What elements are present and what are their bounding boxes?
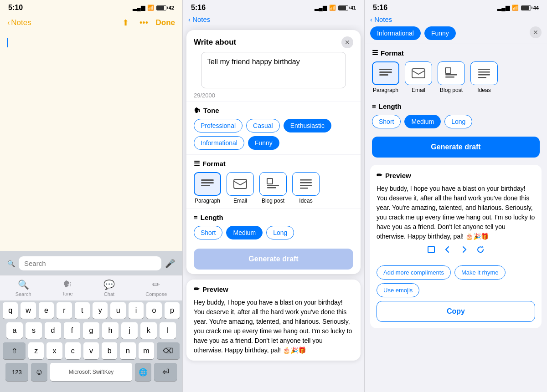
key-t[interactable]: t: [75, 302, 90, 319]
tab-tone[interactable]: 🗣 Tone: [62, 279, 73, 297]
key-m[interactable]: m: [139, 342, 154, 359]
preview-text-p3: Hey buddy, I hope you have a blast on yo…: [377, 184, 535, 241]
format-blogpost-p3[interactable]: Blog post: [438, 61, 465, 93]
format-blogpost[interactable]: Blog post: [259, 172, 287, 204]
blogpost-icon-box-p3: [438, 61, 465, 85]
battery-level-p3: 44: [533, 5, 539, 10]
key-123[interactable]: 123: [5, 363, 28, 381]
tab-tone-label: Tone: [62, 291, 73, 296]
more-button[interactable]: •••: [138, 16, 150, 29]
key-w[interactable]: w: [21, 302, 36, 319]
key-b[interactable]: b: [102, 342, 117, 359]
textarea-container: 29/2000: [186, 52, 361, 102]
preview-title-text-p3: Preview: [385, 172, 411, 179]
svg-rect-18: [478, 69, 490, 70]
back-notes-p2[interactable]: ‹ Notes: [183, 14, 364, 25]
tone-title: 🗣 Tone: [194, 107, 353, 114]
tag-informational[interactable]: Informational: [194, 136, 244, 150]
modal-close-button[interactable]: ✕: [341, 36, 353, 48]
length-medium[interactable]: Medium: [226, 226, 263, 239]
search-input[interactable]: [19, 256, 161, 270]
key-k[interactable]: k: [140, 322, 157, 339]
key-e[interactable]: e: [39, 302, 54, 319]
key-s[interactable]: s: [26, 322, 42, 339]
back-button[interactable]: ‹ Notes: [7, 18, 31, 27]
length-long-p3[interactable]: Long: [444, 115, 472, 128]
key-space[interactable]: Microsoft SwiftKey: [50, 363, 132, 381]
length-short-p3[interactable]: Short: [372, 115, 401, 128]
copy-button[interactable]: Copy: [377, 301, 535, 322]
tab-chat-label: Chat: [104, 291, 114, 297]
key-o[interactable]: o: [146, 302, 161, 319]
format-email[interactable]: Email: [227, 172, 254, 204]
note-content-area[interactable]: [0, 33, 182, 251]
action-make-rhyme[interactable]: Make it rhyme: [454, 265, 506, 280]
key-z[interactable]: z: [28, 342, 44, 359]
share-button[interactable]: ⬆: [119, 16, 132, 29]
key-emoji[interactable]: ☺: [31, 363, 47, 381]
preview-section-p3: ✏ Preview Hey buddy, I hope you have a b…: [370, 165, 542, 328]
length-short[interactable]: Short: [194, 226, 222, 239]
format-ideas[interactable]: Ideas: [292, 172, 320, 204]
done-button[interactable]: Done: [156, 18, 175, 27]
write-about-textarea[interactable]: [201, 52, 346, 88]
close-btn-p3[interactable]: ✕: [530, 26, 542, 38]
svg-rect-10: [300, 188, 308, 189]
key-return[interactable]: ⏎: [154, 363, 177, 381]
key-delete[interactable]: ⌫: [157, 342, 180, 359]
tab-compose[interactable]: ✏ Compose: [145, 279, 167, 297]
format-ideas-p3[interactable]: Ideas: [470, 61, 498, 93]
nav-back-btn[interactable]: [443, 245, 452, 256]
key-a[interactable]: a: [6, 322, 23, 339]
tag-casual[interactable]: Casual: [246, 119, 280, 132]
key-n[interactable]: n: [120, 342, 135, 359]
generate-draft-button-p3[interactable]: Generate draft: [372, 137, 540, 158]
bottom-toolbar: 🔍 Search 🗣 Tone 💬 Chat ✏ Compose: [0, 275, 182, 300]
p3-scroll-area[interactable]: Informational Funny ✕ ☰ Format: [365, 25, 547, 392]
key-shift[interactable]: ⇧: [3, 342, 26, 359]
key-globe[interactable]: 🌐: [135, 363, 151, 381]
generate-draft-button-p2[interactable]: Generate draft: [194, 249, 353, 270]
key-x[interactable]: x: [46, 342, 62, 359]
key-v[interactable]: v: [83, 342, 99, 359]
key-r[interactable]: r: [57, 302, 72, 319]
nav-refresh-btn[interactable]: [476, 245, 485, 256]
back-notes-p3[interactable]: ‹ Notes: [365, 14, 547, 25]
action-use-emojis[interactable]: Use emojis: [377, 283, 419, 297]
tab-chat[interactable]: 💬 Chat: [103, 279, 115, 297]
svg-rect-6: [267, 187, 276, 188]
format-email-label: Email: [233, 198, 247, 204]
key-y[interactable]: y: [93, 302, 108, 319]
key-f[interactable]: f: [64, 322, 80, 339]
tag-enthusiastic[interactable]: Enthusiastic: [284, 119, 331, 132]
search-row: 🔍 🎤: [4, 254, 179, 272]
nav-forward-btn[interactable]: [459, 245, 469, 256]
key-i[interactable]: i: [129, 302, 144, 319]
key-u[interactable]: u: [110, 302, 125, 319]
more-icon: •••: [139, 18, 148, 28]
format-paragraph-p3[interactable]: Paragraph: [372, 61, 399, 93]
key-h[interactable]: h: [102, 322, 119, 339]
tab-search[interactable]: 🔍 Search: [15, 279, 31, 297]
key-g[interactable]: g: [83, 322, 99, 339]
length-medium-p3[interactable]: Medium: [404, 115, 441, 128]
key-d[interactable]: d: [45, 322, 61, 339]
tag-informational-p3[interactable]: Informational: [370, 26, 421, 40]
key-j[interactable]: j: [121, 322, 138, 339]
key-q[interactable]: q: [3, 302, 18, 319]
ideas-svg-p3: [477, 67, 491, 80]
tag-funny[interactable]: Funny: [248, 136, 279, 150]
key-l[interactable]: l: [160, 322, 176, 339]
format-blogpost-label: Blog post: [262, 198, 284, 204]
length-long[interactable]: Long: [266, 226, 294, 239]
nav-stop-btn[interactable]: [427, 245, 436, 256]
action-add-compliments[interactable]: Add more compliments: [377, 265, 451, 280]
tag-funny-p3[interactable]: Funny: [424, 26, 456, 40]
p2-scroll-area[interactable]: Write about ✕ 29/2000 🗣 Tone Professiona…: [183, 25, 364, 392]
key-p[interactable]: p: [165, 302, 180, 319]
key-c[interactable]: c: [65, 342, 81, 359]
paragraph-svg: [200, 178, 215, 190]
tag-professional[interactable]: Professional: [194, 119, 243, 132]
format-paragraph[interactable]: Paragraph: [194, 172, 221, 204]
format-email-p3[interactable]: Email: [405, 61, 432, 93]
